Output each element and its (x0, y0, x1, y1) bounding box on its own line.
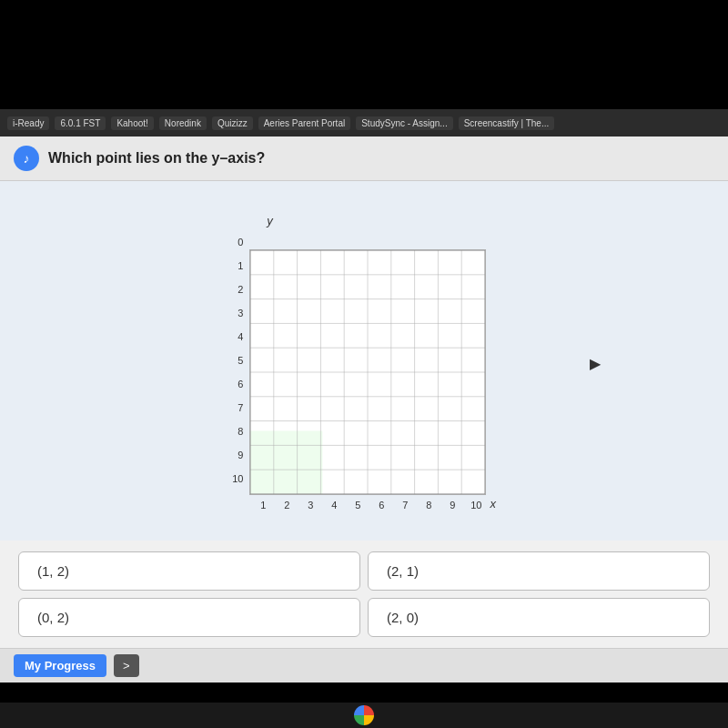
answer-choice-a4[interactable]: (2, 0) (368, 598, 710, 637)
x-tick-7: 7 (393, 500, 417, 511)
x-tick-3: 3 (298, 500, 322, 511)
svg-rect-1 (250, 430, 322, 493)
x-tick-5: 5 (346, 500, 369, 511)
browser-tab-iready[interactable]: i-Ready (7, 116, 49, 130)
browser-tab-kahoot[interactable]: Kahoot! (111, 116, 153, 130)
y-axis-labels: 10 9 8 7 6 5 4 3 2 1 0 (232, 230, 246, 511)
progress-bar: My Progress > (0, 648, 728, 682)
black-top-bar (0, 0, 728, 109)
x-tick-1: 1 (251, 500, 275, 511)
browser-bar: i-Ready 6.0.1 FST Kahoot! Noredink Quizi… (0, 109, 728, 136)
y-tick-8: 8 (238, 420, 246, 443)
y-tick-4: 4 (238, 325, 246, 349)
browser-tab-noredink[interactable]: Noredink (159, 116, 207, 130)
next-button[interactable]: > (114, 654, 139, 677)
x-tick-2: 2 (275, 500, 298, 511)
y-tick-2: 2 (238, 278, 246, 301)
y-axis-label: y (267, 214, 273, 228)
grid-and-x: 1 2 3 4 5 6 7 8 9 10 x (249, 249, 496, 511)
y-tick-6: 6 (238, 372, 246, 396)
x-tick-4: 4 (322, 500, 346, 511)
browser-tab-fst[interactable]: 6.0.1 FST (55, 116, 106, 130)
x-tick-9: 9 (440, 500, 464, 511)
y-tick-1: 1 (238, 254, 246, 278)
x-tick-6: 6 (369, 500, 393, 511)
taskbar (0, 703, 728, 728)
y-tick-5: 5 (238, 349, 246, 372)
x-axis-label: x (490, 497, 496, 511)
graph-container: y 10 9 8 7 6 5 4 3 2 1 0 (0, 181, 728, 541)
answer-choice-a1[interactable]: (1, 2) (18, 551, 360, 591)
answer-choice-a2[interactable]: (2, 1) (368, 551, 710, 591)
my-progress-button[interactable]: My Progress (14, 654, 106, 677)
browser-tab-screencastify[interactable]: Screencastify | The... (459, 116, 555, 130)
browser-tab-quizizz[interactable]: Quizizz (212, 116, 253, 130)
y-tick-3: 3 (238, 301, 246, 325)
x-tick-10: 10 (464, 500, 488, 511)
y-tick-7: 7 (238, 396, 246, 420)
browser-tab-studysync[interactable]: StudySync - Assign... (356, 116, 453, 130)
answer-choice-a3[interactable]: (0, 2) (18, 598, 360, 637)
x-axis-labels: 1 2 3 4 5 6 7 8 9 10 (249, 500, 488, 511)
y-tick-10: 10 (232, 467, 246, 490)
grid-with-axes: 10 9 8 7 6 5 4 3 2 1 0 (232, 230, 496, 511)
question-header: ♪ Which point lies on the y–axis? (0, 136, 728, 181)
graph-area: y 10 9 8 7 6 5 4 3 2 1 0 (232, 212, 496, 511)
main-content: ♪ Which point lies on the y–axis? y 10 9… (0, 136, 728, 682)
y-tick-9: 9 (238, 443, 246, 467)
answers-section: (1, 2) (2, 1) (0, 2) (2, 0) (0, 541, 728, 648)
question-text: Which point lies on the y–axis? (48, 150, 265, 167)
x-tick-8: 8 (417, 500, 440, 511)
coordinate-grid (249, 249, 486, 495)
y-tick-0: 0 (238, 230, 246, 254)
chrome-icon[interactable] (354, 705, 374, 725)
graph-wrapper: y 10 9 8 7 6 5 4 3 2 1 0 (232, 212, 496, 511)
browser-tab-aeries[interactable]: Aeries Parent Portal (258, 116, 351, 130)
speaker-icon[interactable]: ♪ (14, 146, 39, 171)
